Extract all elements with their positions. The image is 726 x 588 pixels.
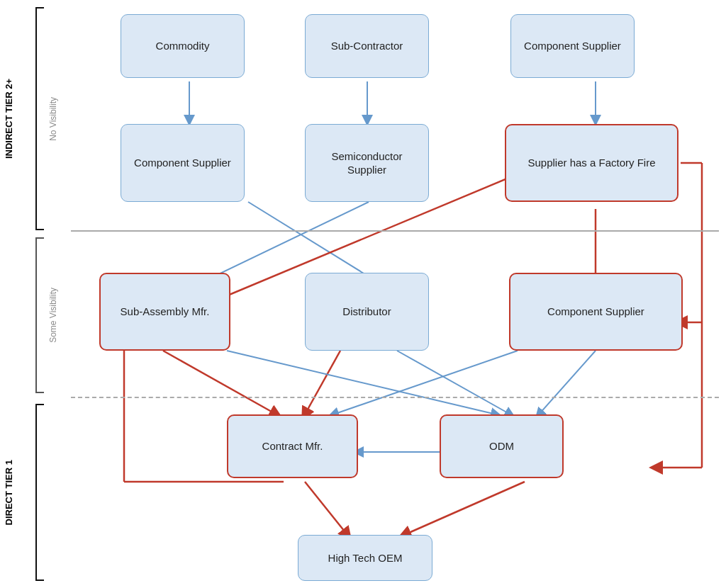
svg-line-12 — [539, 351, 596, 414]
svg-line-14 — [227, 351, 496, 414]
dashed-divider — [71, 397, 719, 398]
label-indirect: INDIRECT TIER 2+ — [4, 7, 15, 230]
label-direct: DIRECT TIER 1 — [4, 404, 15, 581]
node-semiconductor-supplier: Semiconductor Supplier — [305, 124, 429, 202]
node-component-supplier-mid-right: Component Supplier — [509, 273, 683, 351]
diagram-container: INDIRECT TIER 2+ No Visibility Some Visi… — [0, 0, 726, 588]
node-component-supplier-mid-left: Component Supplier — [121, 124, 245, 202]
solid-divider — [71, 230, 719, 232]
label-some-visibility: Some Visibility — [48, 237, 58, 393]
label-no-visibility: No Visibility — [48, 7, 58, 230]
node-factory-fire: Supplier has a Factory Fire — [505, 124, 678, 202]
bracket-direct — [35, 404, 44, 581]
svg-line-10 — [163, 351, 277, 414]
bracket-indirect — [35, 7, 44, 230]
node-commodity: Commodity — [121, 14, 245, 78]
svg-line-18 — [404, 482, 525, 535]
svg-line-11 — [305, 351, 340, 414]
node-odm: ODM — [440, 414, 564, 478]
node-high-tech-oem: High Tech OEM — [298, 535, 432, 581]
node-distributor: Distributor — [305, 273, 429, 351]
bracket-some — [35, 237, 44, 393]
svg-line-15 — [333, 351, 518, 414]
node-component-supplier-top: Component Supplier — [510, 14, 635, 78]
node-sub-assembly: Sub-Assembly Mfr. — [99, 273, 230, 351]
node-sub-contractor: Sub-Contractor — [305, 14, 429, 78]
svg-line-13 — [397, 351, 510, 414]
svg-line-17 — [305, 482, 347, 535]
node-contract-mfr: Contract Mfr. — [227, 414, 358, 478]
